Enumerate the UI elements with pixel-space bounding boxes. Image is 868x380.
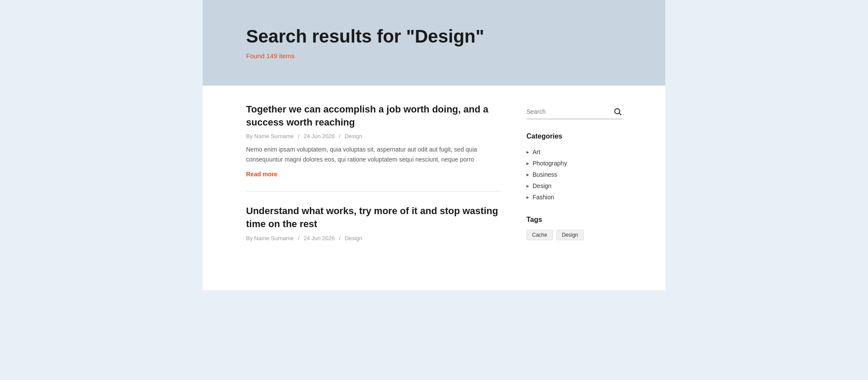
page-title: Search results for "Design" — [246, 26, 622, 47]
tags-title: Tags — [526, 216, 622, 224]
article-title[interactable]: Understand what works, try more of it an… — [246, 205, 500, 230]
tag-cache[interactable]: Cache — [526, 230, 553, 240]
article-title[interactable]: Together we can accomplish a job worth d… — [246, 103, 500, 129]
tags-list: Cache Design — [526, 230, 622, 240]
category-item-photography[interactable]: Photography — [526, 158, 622, 169]
category-item-fashion[interactable]: Fashion — [526, 192, 622, 203]
search-widget[interactable] — [526, 107, 622, 119]
search-button[interactable] — [613, 107, 622, 116]
articles-section: Together we can accomplish a job worth d… — [246, 103, 500, 273]
categories-title: Categories — [526, 132, 622, 140]
found-count: Found 149 items — [246, 52, 622, 59]
tag-design[interactable]: Design — [556, 230, 584, 240]
article-by-label: By — [246, 235, 254, 241]
category-item-design[interactable]: Design — [526, 180, 622, 192]
search-icon — [613, 107, 622, 116]
article-date: 24 Jun 2026 — [304, 235, 335, 241]
article-item: Understand what works, try more of it an… — [246, 205, 500, 259]
article-item: Together we can accomplish a job worth d… — [246, 103, 500, 192]
category-item-business[interactable]: Business — [526, 169, 622, 180]
article-author: Name Surname — [254, 133, 294, 139]
main-content: Together we can accomplish a job worth d… — [203, 86, 665, 290]
sidebar: Categories Art Photography Business Desi… — [526, 103, 622, 273]
search-results-header: Search results for "Design" Found 149 it… — [203, 0, 665, 86]
read-more-link[interactable]: Read more — [246, 171, 277, 178]
category-item-art[interactable]: Art — [526, 146, 622, 158]
meta-separator: / — [298, 133, 299, 139]
meta-separator-2: / — [339, 133, 341, 139]
article-category: Design — [345, 235, 362, 241]
svg-line-1 — [619, 113, 621, 116]
svg-point-0 — [615, 109, 620, 114]
meta-separator: / — [298, 235, 299, 241]
article-author: Name Surname — [254, 235, 294, 241]
tags-section: Tags Cache Design — [526, 216, 622, 240]
article-excerpt: Nemo enim ipsam voluptatem, quia volupta… — [246, 145, 500, 164]
article-category: Design — [345, 133, 362, 139]
article-meta: By Name Surname / 24 Jun 2026 / Design — [246, 133, 500, 139]
article-by-label: By — [246, 133, 254, 139]
search-input[interactable] — [526, 108, 613, 115]
article-date: 24 Jun 2026 — [304, 133, 335, 139]
categories-list: Art Photography Business Design Fashion — [526, 146, 622, 203]
article-meta: By Name Surname / 24 Jun 2026 / Design — [246, 235, 500, 241]
meta-separator-2: / — [339, 235, 341, 241]
